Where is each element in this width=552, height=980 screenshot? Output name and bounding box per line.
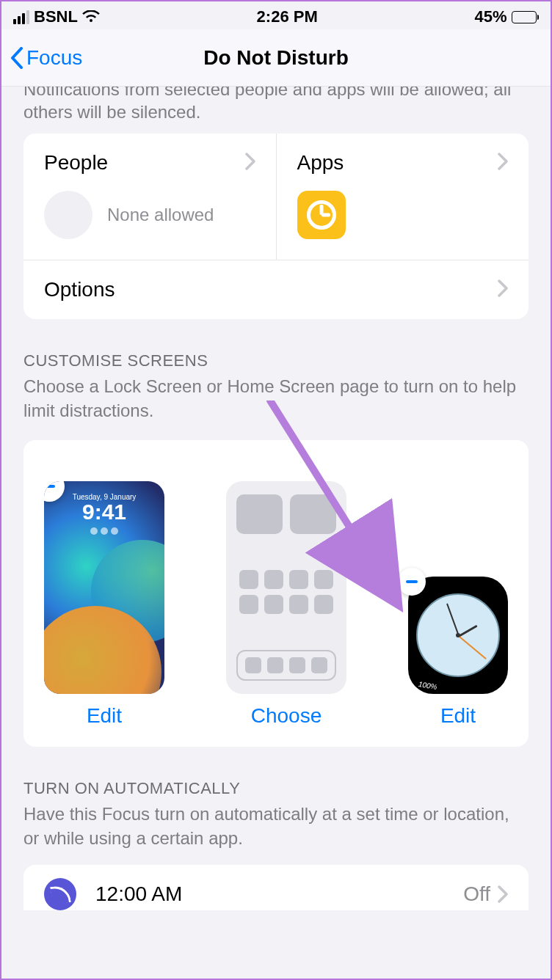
allowed-card: People None allowed Apps	[23, 134, 529, 319]
wifi-icon	[82, 10, 100, 23]
carrier-label: BSNL	[34, 7, 78, 26]
clock-icon	[44, 878, 76, 910]
status-bar: BSNL 2:26 PM 45%	[0, 0, 552, 29]
chevron-right-icon	[498, 885, 508, 903]
options-cell[interactable]: Options	[23, 260, 529, 319]
schedule-time: 12:00 AM	[95, 882, 182, 906]
battery-icon	[512, 11, 540, 23]
schedule-cell[interactable]: 12:00 AM Off	[23, 865, 529, 910]
home-screen-preview[interactable]	[226, 481, 346, 694]
watch-face-icon	[416, 593, 500, 677]
minus-icon	[406, 580, 418, 583]
apps-title: Apps	[297, 151, 344, 175]
lock-time: 9:41	[44, 500, 164, 524]
auto-section-desc: Have this Focus turn on automatically at…	[23, 802, 529, 850]
chevron-right-icon	[498, 279, 508, 300]
intro-description: Notifications from selected people and a…	[0, 87, 552, 134]
customise-section-desc: Choose a Lock Screen or Home Screen page…	[23, 375, 529, 423]
apps-cell[interactable]: Apps	[277, 134, 529, 260]
back-label: Focus	[26, 46, 82, 70]
avatar-placeholder	[44, 191, 92, 239]
lock-screen-preview[interactable]: Tuesday, 9 January 9:41	[44, 481, 164, 694]
battery-percent: 45%	[474, 7, 506, 26]
back-button[interactable]: Focus	[10, 46, 82, 70]
schedule-state: Off	[463, 882, 490, 906]
people-title: People	[44, 151, 108, 175]
options-title: Options	[44, 278, 115, 301]
chevron-right-icon	[498, 153, 508, 173]
lock-edit-button[interactable]: Edit	[87, 704, 122, 728]
watch-edit-button[interactable]: Edit	[440, 704, 476, 728]
minus-icon	[44, 485, 55, 488]
lock-widgets	[44, 527, 164, 535]
home-choose-button[interactable]: Choose	[251, 704, 322, 728]
people-none-label: None allowed	[107, 205, 214, 225]
signal-icon	[13, 10, 29, 24]
clock-app-icon	[297, 191, 346, 239]
auto-section-title: TURN ON AUTOMATICALLY	[23, 779, 529, 798]
nav-bar: Focus Do Not Disturb	[0, 29, 552, 87]
page-title: Do Not Disturb	[203, 46, 349, 70]
watch-preview[interactable]: 100%	[408, 577, 508, 694]
screens-card: Tuesday, 9 January 9:41 Edit Choose	[23, 440, 529, 747]
people-cell[interactable]: People None allowed	[23, 134, 277, 260]
status-time: 2:26 PM	[257, 7, 318, 26]
chevron-right-icon	[245, 153, 255, 173]
customise-section-title: CUSTOMISE SCREENS	[23, 351, 529, 370]
chevron-left-icon	[10, 47, 23, 69]
remove-watch-button[interactable]	[398, 568, 426, 596]
watch-pct: 100%	[418, 680, 437, 691]
